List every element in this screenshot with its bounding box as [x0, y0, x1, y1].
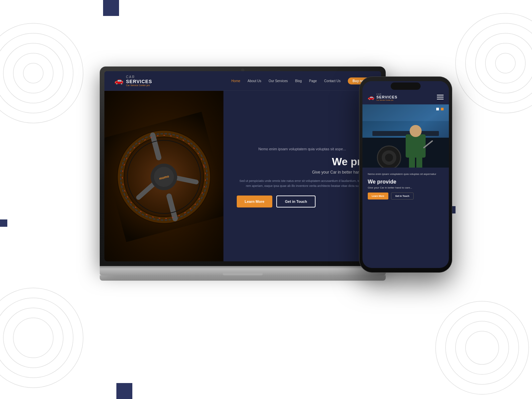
learn-more-button[interactable]: Learn More [237, 196, 272, 207]
hero-tagline: Give your Car in better hand t... [237, 170, 368, 175]
nav-services[interactable]: Our Services [269, 79, 288, 83]
hamburger-line-3 [437, 99, 444, 99]
nav-home[interactable]: Home [231, 79, 240, 83]
phone-notch [391, 82, 421, 90]
phone-tagline: Car Service Center pro [376, 99, 397, 101]
phone-learn-more-button[interactable]: Learn More [368, 193, 388, 200]
site-navbar: 🚗 CAR SERVICES Car Service Center pro Ho… [104, 71, 381, 91]
hero-description: Sed ut perspiciatis unde omnis iste natu… [237, 179, 368, 188]
logo-car-label: CAR [126, 75, 152, 79]
main-content: 🚗 CAR SERVICES Car Service Center pro Ho… [0, 0, 532, 399]
nav-page[interactable]: Page [309, 79, 317, 83]
steering-wheel-image: momo [104, 91, 223, 261]
nav-contact[interactable]: Contact Us [324, 79, 340, 83]
phone-hero-image [362, 104, 449, 168]
laptop-base [100, 266, 386, 275]
hero-title: We pro [237, 156, 368, 168]
svg-rect-37 [406, 134, 426, 158]
hero-content-panel: Nemo enim ipsam voluptatem quia voluptas… [223, 91, 381, 261]
hero-subtitle: Nemo enim ipsam voluptatem quia voluptas… [237, 146, 368, 152]
laptop-foot [100, 275, 386, 281]
phone-screen: 🚗 CAR SERVICES Car Service Center pro [362, 81, 449, 268]
phone-mockup: 🚗 CAR SERVICES Car Service Center pro [359, 76, 452, 273]
nav-about[interactable]: About Us [248, 79, 261, 83]
nav-links: Home About Us Our Services Blog Page Con… [231, 77, 371, 84]
phone-dot-white [436, 108, 439, 110]
logo-car-icon: 🚗 [114, 76, 123, 85]
phone-logo-text: CAR SERVICES Car Service Center pro [376, 93, 397, 101]
phone-hero-buttons: Learn More Get in Touch [368, 193, 444, 200]
nav-blog[interactable]: Blog [295, 79, 302, 83]
hero-image-panel: momo [104, 91, 223, 261]
svg-point-38 [410, 125, 422, 137]
hero-buttons: Learn More Get in Touch [237, 196, 368, 207]
svg-point-36 [385, 154, 393, 162]
hamburger-line-1 [437, 95, 444, 95]
devices-wrapper: 🚗 CAR SERVICES Car Service Center pro Ho… [83, 50, 449, 349]
site-logo: 🚗 CAR SERVICES Car Service Center pro [114, 75, 152, 86]
laptop-body: 🚗 CAR SERVICES Car Service Center pro Ho… [100, 66, 386, 266]
logo-text-group: CAR SERVICES Car Service Center pro [126, 75, 152, 86]
phone-dot-orange [441, 108, 444, 110]
phone-mechanic-image [362, 104, 449, 168]
phone-logo-icon: 🚗 [368, 94, 374, 100]
svg-rect-33 [372, 131, 439, 136]
logo-tagline: Car Service Center pro [126, 84, 152, 86]
hamburger-menu-button[interactable] [437, 95, 444, 99]
laptop-mockup: 🚗 CAR SERVICES Car Service Center pro Ho… [100, 66, 386, 286]
phone-hero-subtitle: Nemo enim ipsam voluptatem quia voluptas… [368, 172, 444, 176]
phone-services-label: SERVICES [376, 95, 397, 99]
logo-services-label: SERVICES [126, 79, 152, 84]
phone-get-in-touch-button[interactable]: Get in Touch [391, 193, 414, 200]
svg-rect-39 [409, 156, 415, 168]
svg-rect-42 [362, 104, 449, 121]
phone-hero-content: Nemo enim ipsam voluptatem quia voluptas… [362, 168, 449, 204]
phone-hero-title: We provide [368, 179, 444, 185]
svg-rect-40 [416, 156, 422, 168]
hamburger-line-2 [437, 97, 444, 97]
phone-hero-tagline: Give your Car in better hand to care... [368, 186, 444, 189]
phone-logo-group: 🚗 CAR SERVICES Car Service Center pro [368, 93, 397, 101]
phone-body: 🚗 CAR SERVICES Car Service Center pro [359, 76, 452, 273]
laptop-screen: 🚗 CAR SERVICES Car Service Center pro Ho… [104, 71, 381, 261]
get-in-touch-button[interactable]: Get in Touch [276, 196, 316, 207]
site-hero: momo Nemo enim ipsam voluptatem quia v [104, 91, 381, 261]
